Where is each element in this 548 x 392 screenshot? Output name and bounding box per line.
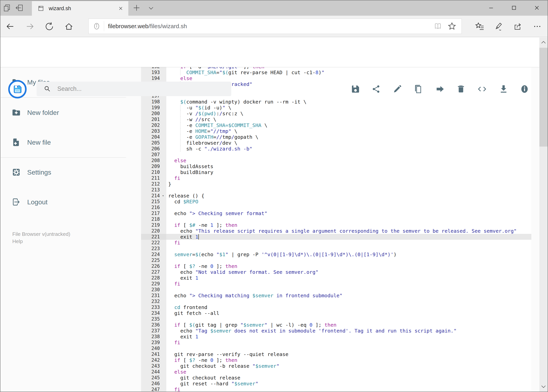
code-line[interactable] — [166, 187, 531, 193]
site-info-icon[interactable] — [92, 22, 101, 30]
code-line[interactable]: else — [166, 158, 531, 163]
code-line[interactable]: release () { — [166, 193, 531, 199]
hub-favorites-icon[interactable] — [475, 22, 484, 31]
code-line[interactable]: else — [166, 75, 531, 81]
sidebar-item-new-file[interactable]: New file — [12, 135, 51, 149]
code-line[interactable]: buildAssets — [166, 163, 531, 169]
code-line[interactable] — [166, 204, 531, 210]
code-line[interactable]: -v /$(pwd):/src:z \ — [166, 111, 531, 116]
code-line[interactable]: else — [166, 369, 531, 375]
address-bar[interactable]: filebrowser.web/files/wizard.sh — [88, 19, 462, 34]
code-line[interactable]: buildBinary — [166, 169, 531, 175]
code-line-row: 244 else — [141, 369, 531, 375]
set-tabs-aside-icon[interactable] — [15, 4, 23, 12]
code-line[interactable]: echo "Tag $semver does not exist in subm… — [166, 328, 531, 334]
code-line[interactable]: semver=$(echo "$1" | grep -P '^v(0|[1-9]… — [166, 252, 531, 257]
code-line[interactable]: -w //src \ — [166, 116, 531, 122]
scrollbar-thumb[interactable] — [539, 48, 548, 147]
share-file-icon[interactable] — [372, 84, 381, 94]
code-line[interactable]: git rev-parse --verify --quiet release — [166, 351, 531, 357]
copy-icon[interactable] — [414, 84, 423, 94]
code-line[interactable]: $(command -v winpty) docker run --rm -it… — [166, 99, 531, 105]
code-line[interactable]: fi — [166, 175, 531, 181]
code-line[interactable]: git reset --hard "$semver" — [166, 381, 531, 386]
code-editor[interactable]: 192 if [ -d "$REPO/.git" ]; then193 COMM… — [141, 67, 531, 392]
sidebar-item-logout[interactable]: Logout — [12, 195, 48, 209]
code-line[interactable] — [166, 216, 531, 222]
search-box[interactable] — [37, 82, 231, 96]
code-line[interactable]: fi — [166, 340, 531, 345]
code-line[interactable] — [166, 316, 531, 322]
tab-close-icon[interactable] — [117, 5, 124, 12]
code-line[interactable]: echo "Not valid semver format. See semve… — [166, 269, 531, 275]
maximize-button[interactable] — [505, 0, 523, 16]
code-line[interactable]: git fetch --all — [166, 310, 531, 316]
code-line[interactable]: cd $REPO — [166, 199, 531, 204]
code-view-icon[interactable] — [478, 84, 486, 94]
code-line[interactable]: exit 1 — [166, 275, 531, 281]
new-tab-icon[interactable] — [132, 4, 141, 12]
scroll-down-icon[interactable] — [540, 383, 547, 390]
gutter-cell: 231 — [141, 293, 166, 298]
code-line[interactable]: if [ $? -ne 0 ]; then — [166, 357, 531, 363]
forward-icon[interactable] — [25, 22, 35, 31]
code-line[interactable] — [166, 298, 531, 304]
code-line[interactable]: fi — [166, 386, 531, 392]
code-line[interactable]: -e COMMIT_SHA=$COMMIT_SHA \ — [166, 122, 531, 128]
home-icon[interactable] — [64, 22, 74, 31]
filebrowser-logo[interactable] — [8, 80, 27, 98]
minimize-button[interactable] — [482, 0, 500, 16]
delete-trash-icon[interactable] — [457, 84, 465, 94]
rename-edit-icon[interactable] — [393, 84, 402, 94]
help-link[interactable]: Help — [12, 238, 23, 245]
code-line[interactable]: cd frontend — [166, 304, 531, 310]
code-line[interactable]: echo "> Checking matching $semver in fro… — [166, 293, 531, 298]
more-options-icon[interactable] — [533, 22, 542, 31]
code-line[interactable] — [166, 246, 531, 252]
browser-tab[interactable]: wizard.sh — [32, 1, 128, 16]
code-line[interactable]: -u "$(id -u)" \ — [166, 105, 531, 111]
code-line[interactable]: git checkout release — [166, 375, 531, 381]
url-field[interactable]: filebrowser.web/files/wizard.sh — [108, 23, 433, 29]
tab-list-chevron-icon[interactable] — [147, 4, 155, 12]
favorite-star-icon[interactable] — [447, 22, 457, 31]
code-line[interactable]: -e HOME="//tmp" \ — [166, 128, 531, 134]
code-line[interactable]: git checkout -b release "$semver" — [166, 363, 531, 369]
sidebar-item-settings[interactable]: Settings — [12, 165, 51, 179]
code-line[interactable]: if [ $# -ne 1 ]; then — [166, 222, 531, 228]
code-line[interactable]: if [ $(git tag | grep "$semver" | wc -l)… — [166, 322, 531, 328]
sidebar-item-new-folder[interactable]: New folder — [12, 106, 59, 119]
code-line[interactable]: exit 1 — [166, 234, 531, 240]
reading-view-icon[interactable] — [433, 22, 442, 31]
move-icon[interactable] — [436, 84, 444, 94]
save-icon[interactable] — [351, 84, 360, 94]
share-icon[interactable] — [513, 22, 523, 31]
code-line[interactable]: sh -c "./wizard.sh -b" — [166, 146, 531, 152]
code-line[interactable]: exit 1 — [166, 334, 531, 340]
code-line[interactable]: if [ -d "$REPO/.git" ]; then — [166, 67, 531, 70]
code-line[interactable]: if [ $? -ne 0 ]; then — [166, 263, 531, 269]
code-line[interactable]: fi — [166, 281, 531, 287]
code-line[interactable]: COMMIT_SHA="$(git rev-parse HEAD | cut -… — [166, 70, 531, 75]
back-icon[interactable] — [6, 22, 15, 31]
info-icon[interactable] — [520, 84, 529, 94]
code-line[interactable]: -e GOPATH=//tmp/gopath \ — [166, 134, 531, 140]
code-line[interactable]: echo "This release script requires a sin… — [166, 228, 531, 234]
code-line[interactable] — [166, 287, 531, 293]
close-button[interactable] — [528, 0, 546, 16]
code-line[interactable] — [166, 345, 531, 351]
search-input[interactable] — [57, 85, 231, 93]
tab-preview-icon[interactable] — [3, 4, 11, 12]
download-icon[interactable] — [499, 84, 508, 94]
code-line[interactable]: echo "> Checking semver format" — [166, 210, 531, 216]
refresh-icon[interactable] — [45, 22, 54, 31]
annotate-pen-icon[interactable] — [494, 22, 503, 31]
code-line[interactable]: fi — [166, 240, 531, 246]
code-line[interactable] — [166, 257, 531, 263]
code-line[interactable]: } — [166, 181, 531, 187]
scroll-up-icon[interactable] — [540, 39, 547, 46]
page-scrollbar[interactable] — [539, 38, 548, 392]
code-line[interactable] — [166, 152, 531, 158]
code-line[interactable]: filebrowser/dev \ — [166, 140, 531, 146]
fold-marker-icon[interactable]: ▾ — [160, 193, 166, 199]
